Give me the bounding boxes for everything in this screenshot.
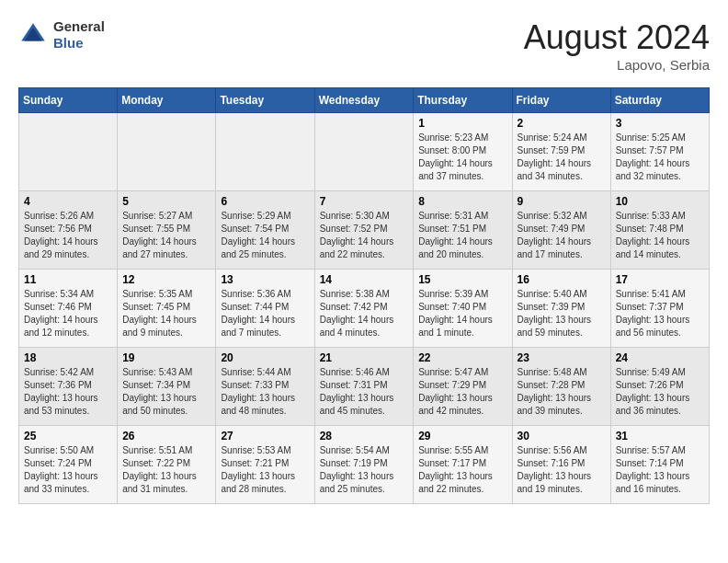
day-number: 3 <box>616 117 704 130</box>
day-number: 22 <box>418 351 506 364</box>
day-detail: Sunrise: 5:33 AM Sunset: 7:48 PM Dayligh… <box>616 210 704 261</box>
weekday-header-sunday: Sunday <box>19 88 118 113</box>
day-number: 20 <box>221 351 309 364</box>
calendar-cell: 24Sunrise: 5:49 AM Sunset: 7:26 PM Dayli… <box>610 348 709 426</box>
day-detail: Sunrise: 5:24 AM Sunset: 7:59 PM Dayligh… <box>518 132 606 183</box>
calendar-cell <box>314 113 414 191</box>
weekday-header-friday: Friday <box>512 88 610 113</box>
day-number: 19 <box>122 351 210 364</box>
day-detail: Sunrise: 5:56 AM Sunset: 7:16 PM Dayligh… <box>518 444 606 496</box>
calendar-cell <box>216 113 314 191</box>
day-number: 31 <box>616 430 704 442</box>
day-number: 4 <box>24 195 112 208</box>
day-number: 1 <box>418 117 506 130</box>
day-detail: Sunrise: 5:30 AM Sunset: 7:52 PM Dayligh… <box>320 210 409 261</box>
day-number: 27 <box>221 430 309 442</box>
day-number: 30 <box>518 430 606 442</box>
calendar-cell <box>19 113 118 191</box>
day-detail: Sunrise: 5:31 AM Sunset: 7:51 PM Dayligh… <box>418 210 506 261</box>
day-number: 29 <box>418 430 506 442</box>
day-number: 2 <box>518 117 606 130</box>
calendar-cell: 1Sunrise: 5:23 AM Sunset: 8:00 PM Daylig… <box>414 113 512 191</box>
weekday-header-thursday: Thursday <box>414 88 512 113</box>
logo-text: General Blue <box>53 18 105 52</box>
calendar-cell: 28Sunrise: 5:54 AM Sunset: 7:19 PM Dayli… <box>314 426 414 504</box>
day-detail: Sunrise: 5:55 AM Sunset: 7:17 PM Dayligh… <box>418 444 506 496</box>
day-number: 14 <box>320 273 409 286</box>
day-detail: Sunrise: 5:40 AM Sunset: 7:39 PM Dayligh… <box>518 288 606 339</box>
calendar-cell: 20Sunrise: 5:44 AM Sunset: 7:33 PM Dayli… <box>216 348 314 426</box>
day-detail: Sunrise: 5:41 AM Sunset: 7:37 PM Dayligh… <box>616 288 704 339</box>
day-detail: Sunrise: 5:36 AM Sunset: 7:44 PM Dayligh… <box>221 288 309 339</box>
calendar-cell: 11Sunrise: 5:34 AM Sunset: 7:46 PM Dayli… <box>19 270 118 348</box>
calendar-cell: 16Sunrise: 5:40 AM Sunset: 7:39 PM Dayli… <box>512 270 610 348</box>
day-number: 12 <box>122 273 210 286</box>
calendar-cell: 9Sunrise: 5:32 AM Sunset: 7:49 PM Daylig… <box>512 191 610 270</box>
logo-general-text: General <box>53 18 105 35</box>
day-detail: Sunrise: 5:47 AM Sunset: 7:29 PM Dayligh… <box>418 366 506 418</box>
page-header: General Blue August 2024 Lapovo, Serbia <box>18 18 710 73</box>
weekday-header-monday: Monday <box>118 88 216 113</box>
calendar-week-row: 11Sunrise: 5:34 AM Sunset: 7:46 PM Dayli… <box>19 270 710 348</box>
day-number: 13 <box>221 273 309 286</box>
day-detail: Sunrise: 5:48 AM Sunset: 7:28 PM Dayligh… <box>518 366 606 418</box>
day-detail: Sunrise: 5:38 AM Sunset: 7:42 PM Dayligh… <box>320 288 409 339</box>
day-detail: Sunrise: 5:27 AM Sunset: 7:55 PM Dayligh… <box>122 210 210 261</box>
calendar-cell: 31Sunrise: 5:57 AM Sunset: 7:14 PM Dayli… <box>610 426 709 504</box>
day-number: 18 <box>24 351 112 364</box>
calendar-cell: 26Sunrise: 5:51 AM Sunset: 7:22 PM Dayli… <box>118 426 216 504</box>
calendar-cell <box>118 113 216 191</box>
calendar-cell: 17Sunrise: 5:41 AM Sunset: 7:37 PM Dayli… <box>610 270 709 348</box>
day-detail: Sunrise: 5:25 AM Sunset: 7:57 PM Dayligh… <box>616 132 704 183</box>
day-detail: Sunrise: 5:50 AM Sunset: 7:24 PM Dayligh… <box>24 444 112 496</box>
calendar-cell: 18Sunrise: 5:42 AM Sunset: 7:36 PM Dayli… <box>19 348 118 426</box>
day-number: 23 <box>518 351 606 364</box>
day-number: 15 <box>418 273 506 286</box>
calendar-cell: 22Sunrise: 5:47 AM Sunset: 7:29 PM Dayli… <box>414 348 512 426</box>
day-detail: Sunrise: 5:46 AM Sunset: 7:31 PM Dayligh… <box>320 366 409 418</box>
calendar-cell: 7Sunrise: 5:30 AM Sunset: 7:52 PM Daylig… <box>314 191 414 270</box>
day-number: 6 <box>221 195 309 208</box>
day-detail: Sunrise: 5:57 AM Sunset: 7:14 PM Dayligh… <box>616 444 704 496</box>
day-detail: Sunrise: 5:51 AM Sunset: 7:22 PM Dayligh… <box>122 444 210 496</box>
day-detail: Sunrise: 5:42 AM Sunset: 7:36 PM Dayligh… <box>24 366 112 418</box>
location-subtitle: Lapovo, Serbia <box>524 57 710 73</box>
day-number: 24 <box>616 351 704 364</box>
calendar-week-row: 18Sunrise: 5:42 AM Sunset: 7:36 PM Dayli… <box>19 348 710 426</box>
calendar-cell: 2Sunrise: 5:24 AM Sunset: 7:59 PM Daylig… <box>512 113 610 191</box>
title-area: August 2024 Lapovo, Serbia <box>524 18 710 73</box>
day-detail: Sunrise: 5:49 AM Sunset: 7:26 PM Dayligh… <box>616 366 704 418</box>
day-detail: Sunrise: 5:44 AM Sunset: 7:33 PM Dayligh… <box>221 366 309 418</box>
day-number: 10 <box>616 195 704 208</box>
calendar-cell: 13Sunrise: 5:36 AM Sunset: 7:44 PM Dayli… <box>216 270 314 348</box>
calendar-cell: 29Sunrise: 5:55 AM Sunset: 7:17 PM Dayli… <box>414 426 512 504</box>
calendar-cell: 14Sunrise: 5:38 AM Sunset: 7:42 PM Dayli… <box>314 270 414 348</box>
calendar-week-row: 25Sunrise: 5:50 AM Sunset: 7:24 PM Dayli… <box>19 426 710 504</box>
calendar-week-row: 1Sunrise: 5:23 AM Sunset: 8:00 PM Daylig… <box>19 113 710 191</box>
day-number: 8 <box>418 195 506 208</box>
day-detail: Sunrise: 5:26 AM Sunset: 7:56 PM Dayligh… <box>24 210 112 261</box>
calendar-cell: 6Sunrise: 5:29 AM Sunset: 7:54 PM Daylig… <box>216 191 314 270</box>
day-number: 11 <box>24 273 112 286</box>
month-year-title: August 2024 <box>524 18 710 57</box>
day-detail: Sunrise: 5:32 AM Sunset: 7:49 PM Dayligh… <box>518 210 606 261</box>
calendar-week-row: 4Sunrise: 5:26 AM Sunset: 7:56 PM Daylig… <box>19 191 710 270</box>
day-detail: Sunrise: 5:23 AM Sunset: 8:00 PM Dayligh… <box>418 132 506 183</box>
logo-icon <box>18 20 48 50</box>
day-number: 16 <box>518 273 606 286</box>
day-detail: Sunrise: 5:39 AM Sunset: 7:40 PM Dayligh… <box>418 288 506 339</box>
day-detail: Sunrise: 5:34 AM Sunset: 7:46 PM Dayligh… <box>24 288 112 339</box>
calendar-cell: 3Sunrise: 5:25 AM Sunset: 7:57 PM Daylig… <box>610 113 709 191</box>
day-detail: Sunrise: 5:29 AM Sunset: 7:54 PM Dayligh… <box>221 210 309 261</box>
logo: General Blue <box>18 18 105 52</box>
day-number: 9 <box>518 195 606 208</box>
calendar-cell: 27Sunrise: 5:53 AM Sunset: 7:21 PM Dayli… <box>216 426 314 504</box>
day-number: 17 <box>616 273 704 286</box>
calendar-header-row: SundayMondayTuesdayWednesdayThursdayFrid… <box>19 88 710 113</box>
calendar-cell: 4Sunrise: 5:26 AM Sunset: 7:56 PM Daylig… <box>19 191 118 270</box>
calendar-cell: 10Sunrise: 5:33 AM Sunset: 7:48 PM Dayli… <box>610 191 709 270</box>
day-detail: Sunrise: 5:43 AM Sunset: 7:34 PM Dayligh… <box>122 366 210 418</box>
calendar-table: SundayMondayTuesdayWednesdayThursdayFrid… <box>18 87 710 504</box>
weekday-header-saturday: Saturday <box>610 88 709 113</box>
calendar-cell: 30Sunrise: 5:56 AM Sunset: 7:16 PM Dayli… <box>512 426 610 504</box>
